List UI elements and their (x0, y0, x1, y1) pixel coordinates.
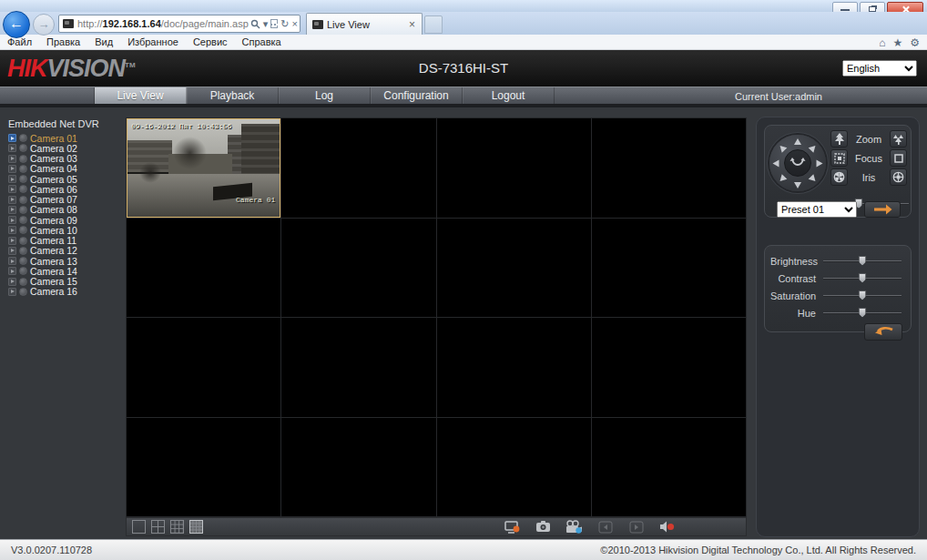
focus-near-button[interactable] (890, 149, 907, 167)
video-cell[interactable] (281, 219, 435, 318)
camera-list-item[interactable]: Camera 03 (8, 154, 123, 164)
play-icon[interactable] (8, 196, 16, 204)
play-icon[interactable] (8, 206, 16, 214)
play-icon[interactable] (8, 216, 16, 224)
play-icon[interactable] (8, 185, 16, 193)
settings-icon[interactable]: ⚙ (910, 37, 920, 48)
play-icon[interactable] (8, 175, 16, 183)
favorites-icon[interactable]: ★ (892, 37, 902, 48)
camera-list-item[interactable]: Camera 11 (8, 236, 123, 246)
camera-list-item[interactable]: Camera 07 (8, 195, 123, 205)
video-cell[interactable] (437, 118, 591, 218)
video-cell[interactable] (437, 418, 591, 517)
image-slider[interactable] (823, 290, 902, 301)
video-cell[interactable]: 09-16-2012 Пят 10:43:56 Camera 01 (127, 118, 280, 218)
browser-tab-live-view[interactable]: Live View × (306, 13, 423, 35)
zoom-out-button[interactable] (890, 130, 907, 148)
slider-thumb[interactable] (859, 290, 867, 300)
play-icon[interactable] (8, 226, 16, 234)
audio-button[interactable] (658, 519, 677, 535)
camera-list-item[interactable]: Camera 01 (8, 133, 123, 143)
nav-tab[interactable]: Log (279, 87, 371, 104)
iris-close-button[interactable] (890, 168, 907, 186)
compatibility-icon[interactable] (270, 19, 278, 28)
ptz-up-left-icon[interactable] (778, 143, 788, 153)
video-cell[interactable] (127, 418, 280, 517)
camera-list-item[interactable]: Camera 16 (8, 287, 123, 297)
slider-thumb[interactable] (859, 273, 867, 283)
stop-icon[interactable]: × (292, 19, 298, 29)
iris-open-button[interactable] (830, 168, 848, 186)
play-icon[interactable] (8, 267, 16, 275)
layout-2x2-button[interactable] (151, 520, 165, 534)
back-button[interactable]: ← (3, 11, 30, 38)
ptz-direction-pad[interactable] (769, 135, 826, 191)
play-icon[interactable] (8, 144, 16, 152)
call-preset-button[interactable] (864, 201, 901, 218)
layout-1x1-button[interactable] (132, 520, 146, 534)
slider-thumb[interactable] (859, 256, 867, 266)
video-cell[interactable] (592, 118, 746, 218)
home-icon[interactable]: ⌂ (879, 37, 885, 48)
refresh-icon[interactable]: ↻ (280, 19, 289, 29)
menu-item[interactable]: Правка (46, 36, 80, 47)
zoom-in-button[interactable] (830, 130, 848, 148)
menu-item[interactable]: Справка (242, 36, 281, 47)
video-cell[interactable] (281, 118, 435, 218)
ptz-up-icon[interactable] (794, 138, 801, 145)
video-cell[interactable] (592, 219, 746, 318)
camera-list-item[interactable]: Camera 09 (8, 215, 123, 225)
video-cell[interactable] (437, 219, 591, 318)
video-cell[interactable] (127, 318, 280, 417)
menu-item[interactable]: Файл (7, 36, 32, 47)
play-icon[interactable] (8, 257, 16, 265)
device-node-label[interactable]: Embedded Net DVR (8, 118, 123, 129)
play-icon[interactable] (8, 134, 16, 142)
camera-list-item[interactable]: Camera 13 (8, 256, 123, 266)
camera-list-item[interactable]: Camera 14 (8, 266, 123, 276)
play-icon[interactable] (8, 278, 16, 286)
layout-4x4-button[interactable] (189, 520, 203, 534)
camera-list-item[interactable]: Camera 05 (8, 174, 123, 184)
layout-3x3-button[interactable] (170, 520, 184, 534)
camera-list-item[interactable]: Camera 08 (8, 205, 123, 215)
ptz-right-icon[interactable] (817, 160, 823, 168)
focus-far-button[interactable] (830, 149, 848, 167)
video-cell[interactable] (127, 219, 280, 318)
play-icon[interactable] (8, 247, 16, 255)
image-slider[interactable] (823, 273, 902, 284)
capture-button[interactable] (535, 519, 553, 535)
play-icon[interactable] (8, 155, 16, 163)
preset-select[interactable]: Preset 01 (777, 201, 857, 218)
play-icon[interactable] (8, 288, 16, 296)
camera-list-item[interactable]: Camera 15 (8, 277, 123, 287)
camera-list-item[interactable]: Camera 12 (8, 246, 123, 256)
ptz-up-right-icon[interactable] (809, 143, 819, 153)
previous-page-button[interactable] (596, 519, 615, 535)
nav-tab[interactable]: Configuration (371, 87, 463, 104)
video-cell[interactable] (592, 418, 746, 517)
menu-item[interactable]: Избранное (127, 36, 178, 47)
search-dropdown-icon[interactable]: ▾ (263, 19, 269, 29)
camera-list-item[interactable]: Camera 06 (8, 184, 123, 194)
nav-tab[interactable]: Logout (463, 87, 555, 104)
auto-scan-button[interactable] (784, 149, 811, 177)
new-tab-button[interactable] (424, 15, 443, 34)
language-select[interactable]: English (842, 60, 917, 76)
ptz-down-icon[interactable] (794, 182, 801, 188)
video-cell[interactable] (592, 318, 746, 417)
forward-button[interactable]: → (33, 14, 55, 36)
image-slider[interactable] (823, 308, 902, 319)
address-bar[interactable]: http://192.168.1.64/doc/page/main.asp ▾ … (58, 15, 301, 33)
camera-list-item[interactable]: Camera 10 (8, 225, 123, 235)
menu-item[interactable]: Сервис (193, 36, 228, 47)
video-cell[interactable] (281, 318, 435, 417)
record-button[interactable] (565, 519, 584, 535)
nav-tab[interactable]: Playback (187, 87, 279, 104)
nav-tab[interactable]: Live View (95, 87, 187, 104)
camera-list-item[interactable]: Camera 04 (8, 164, 123, 174)
play-icon[interactable] (8, 237, 16, 245)
play-icon[interactable] (8, 165, 16, 173)
menu-item[interactable]: Вид (95, 36, 113, 47)
ptz-down-right-icon[interactable] (809, 174, 819, 184)
